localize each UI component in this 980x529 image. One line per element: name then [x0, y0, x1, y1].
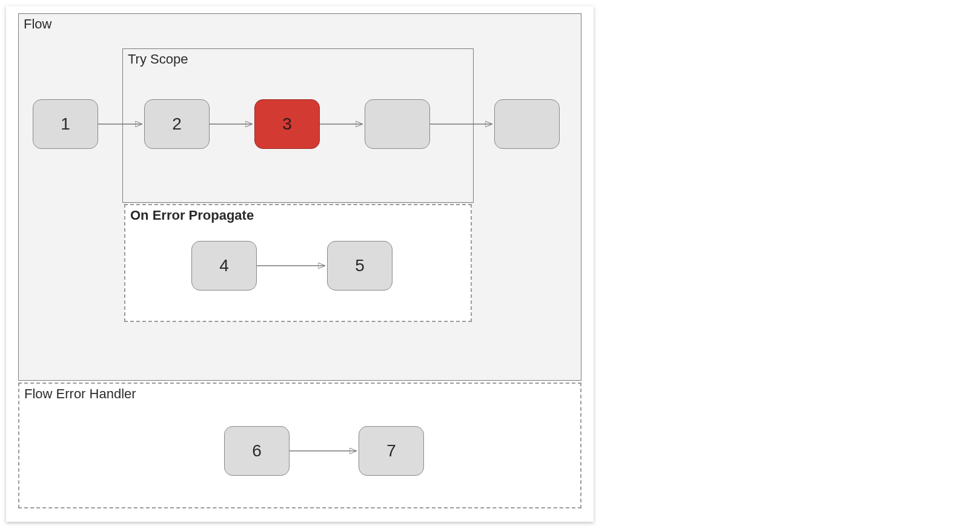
node-1: 1 — [33, 99, 98, 149]
node-7-label: 5 — [355, 256, 365, 275]
node-8: 6 — [224, 426, 290, 476]
node-6: 4 — [191, 241, 257, 291]
node-7: 5 — [327, 241, 392, 291]
try-scope-label: Try Scope — [128, 51, 188, 67]
node-1-label: 1 — [61, 114, 70, 134]
flow-label: Flow — [24, 16, 51, 32]
node-5-empty — [494, 99, 560, 149]
node-2: 2 — [144, 99, 210, 149]
node-9: 7 — [359, 426, 424, 476]
node-2-label: 2 — [172, 114, 182, 134]
on-error-propagate-container: On Error Propagate — [124, 204, 472, 322]
node-9-label: 7 — [386, 441, 396, 461]
on-error-propagate-label: On Error Propagate — [130, 208, 254, 223]
node-4-empty — [365, 99, 430, 149]
node-8-label: 6 — [252, 441, 262, 461]
diagram-canvas: Flow Try Scope On Error Propagate Flow E… — [6, 6, 594, 522]
flow-error-handler-label: Flow Error Handler — [24, 386, 136, 402]
node-3-error: 3 — [254, 99, 320, 149]
flow-error-handler-container: Flow Error Handler — [18, 383, 581, 508]
node-6-label: 4 — [219, 256, 229, 275]
node-3-label: 3 — [282, 114, 292, 134]
